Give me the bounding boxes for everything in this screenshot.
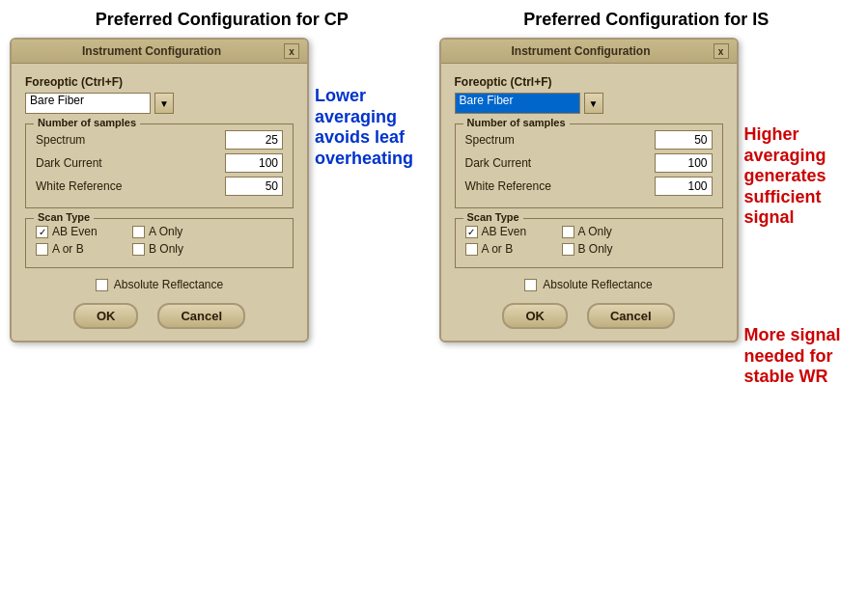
cp-absolute-ref-row: Absolute Reflectance: [25, 278, 294, 291]
is-scantype-label: Scan Type: [463, 211, 523, 223]
is-spectrum-input[interactable]: [655, 130, 713, 150]
cp-foreoptic-arrow[interactable]: ▼: [154, 93, 174, 114]
cp-whitereference-input[interactable]: [225, 177, 283, 196]
cp-dialog: Instrument Configuration x Foreoptic (Ct…: [10, 38, 309, 342]
cp-title: Preferred Configuration for CP: [10, 10, 434, 30]
is-spectrum-row: Spectrum: [465, 130, 713, 150]
cp-buttons-row: OK Cancel: [25, 303, 294, 329]
cp-spectrum-row: Spectrum: [36, 130, 283, 150]
is-samples-group-label: Number of samples: [463, 117, 570, 128]
cp-darkcurrent-row: Dark Current: [36, 153, 283, 173]
cp-absolute-checkbox[interactable]: [96, 279, 108, 291]
cp-scanrow1: AB Even A Only: [36, 225, 283, 238]
is-whitereference-row: White Reference: [465, 177, 713, 196]
cp-dialog-title: Instrument Configuration: [19, 44, 284, 58]
cp-spectrum-input[interactable]: [225, 130, 283, 150]
cp-dialog-body: Foreoptic (Ctrl+F) Bare Fiber ▼ Number o…: [12, 64, 307, 341]
cp-ok-button[interactable]: OK: [73, 303, 139, 329]
is-whitereference-input[interactable]: [655, 177, 713, 196]
is-dialog-body: Foreoptic (Ctrl+F) Bare Fiber ▼ Number o…: [441, 64, 737, 341]
cp-b-only-checkbox[interactable]: [132, 243, 145, 256]
is-dialog-wrapper: Instrument Configuration x Foreoptic (Ct…: [439, 38, 859, 388]
is-foreoptic-row: Bare Fiber ▼: [455, 93, 723, 114]
cp-samples-group: Number of samples Spectrum Dark Current …: [25, 123, 294, 208]
is-ok-button[interactable]: OK: [502, 303, 568, 329]
cp-titlebar: Instrument Configuration x: [12, 40, 307, 64]
cp-b-only[interactable]: B Only: [132, 242, 210, 256]
is-buttons-row: OK Cancel: [455, 303, 723, 329]
cp-cancel-button[interactable]: Cancel: [157, 303, 245, 329]
is-a-or-b-checkbox[interactable]: [465, 243, 478, 256]
is-title: Preferred Configuration for IS: [434, 10, 859, 30]
cp-samples-group-label: Number of samples: [34, 117, 140, 128]
cp-annotation: Lower averaging avoids leaf overheating: [315, 38, 430, 169]
is-b-only-checkbox[interactable]: [562, 243, 574, 256]
is-foreoptic-select[interactable]: Bare Fiber: [455, 93, 580, 114]
is-darkcurrent-label: Dark Current: [465, 156, 562, 170]
cp-a-only-checkbox[interactable]: [132, 226, 145, 238]
is-titlebar: Instrument Configuration x: [441, 40, 737, 64]
is-a-or-b[interactable]: A or B: [465, 242, 543, 256]
is-foreoptic-arrow[interactable]: ▼: [584, 93, 603, 114]
is-ab-even-checkbox[interactable]: [465, 226, 478, 238]
cp-absolute-label: Absolute Reflectance: [114, 278, 223, 291]
cp-a-or-b[interactable]: A or B: [36, 242, 113, 256]
cp-a-or-b-label: A or B: [52, 242, 84, 256]
cp-scanrow2: A or B B Only: [36, 242, 283, 256]
cp-darkcurrent-input[interactable]: [225, 153, 283, 173]
is-darkcurrent-input[interactable]: [655, 153, 713, 173]
is-dialog-title: Instrument Configuration: [449, 44, 714, 58]
cp-scantype-group: Scan Type AB Even A Only: [25, 218, 294, 268]
cp-scantype-label: Scan Type: [34, 211, 94, 223]
is-cancel-button[interactable]: Cancel: [587, 303, 675, 329]
is-absolute-label: Absolute Reflectance: [543, 278, 652, 291]
cp-ab-even-label: AB Even: [52, 225, 98, 238]
is-b-only-label: B Only: [578, 242, 613, 256]
cp-dialog-wrapper: Instrument Configuration x Foreoptic (Ct…: [10, 38, 430, 342]
cp-darkcurrent-label: Dark Current: [36, 156, 132, 170]
cp-whitereference-label: White Reference: [36, 179, 132, 193]
cp-foreoptic-label: Foreoptic (Ctrl+F): [25, 75, 294, 89]
is-foreoptic-label: Foreoptic (Ctrl+F): [455, 75, 723, 89]
is-samples-group: Number of samples Spectrum Dark Current …: [455, 123, 723, 208]
is-ab-even[interactable]: AB Even: [465, 225, 543, 238]
is-whitereference-label: White Reference: [465, 179, 562, 193]
is-a-only-label: A Only: [578, 225, 612, 238]
is-scanrow1: AB Even A Only: [465, 225, 713, 238]
cp-ab-even[interactable]: AB Even: [36, 225, 113, 238]
is-a-or-b-label: A or B: [482, 242, 514, 256]
is-spectrum-label: Spectrum: [465, 133, 562, 147]
is-a-only-checkbox[interactable]: [562, 226, 574, 238]
is-scantype-group: Scan Type AB Even A Only: [455, 218, 723, 268]
is-dialog: Instrument Configuration x Foreoptic (Ct…: [439, 38, 739, 342]
cp-a-or-b-checkbox[interactable]: [36, 243, 48, 256]
is-absolute-checkbox[interactable]: [524, 279, 537, 291]
cp-a-only[interactable]: A Only: [132, 225, 210, 238]
cp-a-only-label: A Only: [149, 225, 182, 238]
cp-whitereference-row: White Reference: [36, 177, 283, 196]
cp-foreoptic-select[interactable]: Bare Fiber: [25, 93, 151, 114]
cp-close-button[interactable]: x: [284, 43, 299, 59]
is-annotation-1: Higher averaging generates sufficient si…: [744, 86, 859, 229]
is-scanrow2: A or B B Only: [465, 242, 713, 256]
cp-foreoptic-row: Bare Fiber ▼: [25, 93, 294, 114]
cp-spectrum-label: Spectrum: [36, 133, 132, 147]
is-close-button[interactable]: x: [714, 43, 729, 59]
cp-b-only-label: B Only: [149, 242, 183, 256]
is-annotation-2: More signal needed for stable WR: [744, 287, 859, 388]
is-a-only[interactable]: A Only: [562, 225, 639, 238]
is-ab-even-label: AB Even: [482, 225, 527, 238]
is-b-only[interactable]: B Only: [562, 242, 639, 256]
is-absolute-ref-row: Absolute Reflectance: [455, 278, 723, 291]
is-darkcurrent-row: Dark Current: [465, 153, 713, 173]
cp-ab-even-checkbox[interactable]: [36, 226, 48, 238]
